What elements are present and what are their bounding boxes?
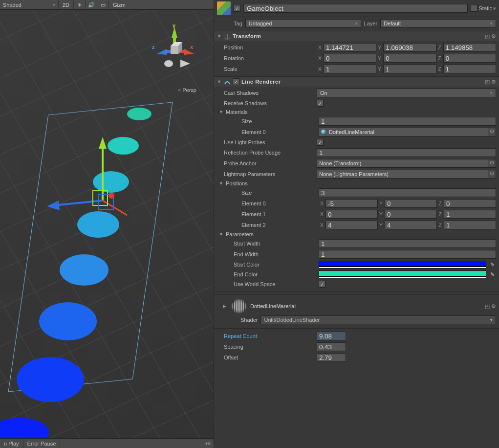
error-pause-tab[interactable]: Error Pause (23, 439, 61, 448)
rotation-x-input[interactable] (324, 54, 376, 63)
object-picker-icon[interactable]: ⊙ (488, 170, 496, 179)
scale-x-input[interactable] (324, 65, 376, 73)
fold-icon: ▶ (223, 304, 228, 309)
gameobject-header: Static (214, 0, 499, 17)
help-icon[interactable]: ◰ (485, 303, 490, 310)
settings-icon[interactable]: ⚙ (491, 79, 496, 85)
offset-input[interactable] (317, 353, 346, 362)
rotation-y-input[interactable] (383, 54, 436, 63)
rotation-z-input[interactable] (443, 54, 496, 63)
pos2-z-input[interactable] (444, 221, 496, 229)
play-tab[interactable]: n Play (0, 439, 23, 448)
scale-z-input[interactable] (443, 65, 496, 73)
start-color-field[interactable] (319, 261, 486, 269)
svg-rect-6 (171, 46, 178, 54)
shader-label: Shader (240, 317, 258, 323)
eyedropper-icon[interactable]: ✎ (488, 262, 496, 268)
line-dot (17, 357, 84, 402)
line-renderer-header[interactable]: ▼ Line Renderer ◰⚙ (214, 77, 499, 87)
lightmap-params-label: Lightmap Parameters (224, 171, 317, 177)
svg-marker-12 (99, 137, 107, 149)
object-picker-icon[interactable]: ⊙ (488, 159, 496, 168)
positions-size-label: Size (241, 190, 319, 196)
audio-icon[interactable]: 🔊 (86, 0, 97, 9)
help-icon[interactable]: ◰ (485, 79, 490, 85)
pos0-y-input[interactable] (385, 199, 437, 208)
use-world-space-checkbox[interactable] (319, 281, 325, 288)
gizmos-dropdown[interactable]: Gizm (109, 0, 130, 9)
end-width-input[interactable] (319, 250, 496, 259)
pos2-y-input[interactable] (385, 221, 437, 229)
pos2-x-input[interactable] (325, 221, 378, 229)
material-name: DottedLineMarerial (250, 303, 296, 309)
help-icon[interactable]: ◰ (485, 33, 490, 40)
pos1-x-input[interactable] (325, 210, 378, 219)
line-renderer-enabled-checkbox[interactable] (233, 78, 239, 85)
start-width-input[interactable] (319, 239, 496, 248)
position-row: Position X Y Z (214, 42, 499, 53)
svg-marker-0 (172, 27, 177, 38)
position-z-input[interactable] (443, 43, 496, 52)
materials-size-input[interactable] (319, 117, 496, 126)
parameters-foldout[interactable]: ▼Parameters (214, 230, 499, 238)
static-dropdown-icon[interactable] (493, 5, 496, 12)
orientation-gizmo[interactable]: y x z (150, 24, 199, 73)
spacing-input[interactable] (317, 342, 346, 351)
pos1-z-input[interactable] (444, 210, 496, 219)
probe-anchor-field[interactable]: None (Transform) (317, 159, 488, 168)
material-element0-field[interactable]: DottedLineMarerial (319, 128, 488, 136)
scene-view[interactable]: y x z Persp (0, 10, 214, 438)
use-light-probes-checkbox[interactable] (317, 139, 324, 146)
line-renderer-title: Line Renderer (241, 79, 483, 85)
gameobject-enabled-checkbox[interactable] (234, 5, 240, 12)
gameobject-name-input[interactable] (243, 4, 468, 13)
pos0-x-input[interactable] (325, 199, 378, 208)
reflection-probe-input[interactable] (317, 148, 496, 157)
position-x-input[interactable] (324, 43, 376, 52)
pos0-z-input[interactable] (444, 199, 496, 208)
end-color-label: End Color (234, 271, 319, 277)
fold-icon: ▼ (217, 79, 222, 84)
shading-dropdown[interactable]: Shaded (0, 0, 59, 9)
material-header[interactable]: ▶ DottedLineMarerial ◰⚙ (214, 298, 499, 314)
object-picker-icon[interactable]: ⊙ (488, 128, 496, 136)
layer-dropdown[interactable]: Default (380, 19, 496, 28)
cast-shadows-dropdown[interactable]: On (317, 89, 496, 97)
perspective-label[interactable]: Persp (178, 87, 196, 93)
position-y-input[interactable] (383, 43, 436, 52)
pos0-label: Element 0 (241, 201, 319, 206)
line-renderer-icon (224, 78, 231, 85)
gameobject-icon[interactable] (217, 1, 231, 15)
end-color-field[interactable] (319, 270, 486, 278)
use-world-space-label: Use World Space (234, 281, 319, 287)
receive-shadows-checkbox[interactable] (317, 100, 324, 107)
static-toggle[interactable]: Static (471, 5, 496, 12)
shader-dropdown[interactable]: Unlit/DottedLineShader (260, 315, 496, 324)
2d-toggle[interactable]: 2D (59, 0, 74, 9)
settings-icon[interactable]: ⚙ (491, 303, 496, 310)
materials-foldout[interactable]: ▼Materials (214, 108, 499, 116)
light-icon[interactable]: ☀ (74, 0, 86, 9)
eyedropper-icon[interactable]: ✎ (488, 271, 496, 278)
svg-marker-14 (47, 201, 60, 210)
pos1-y-input[interactable] (385, 210, 437, 219)
move-gizmo[interactable] (44, 132, 142, 230)
transform-header[interactable]: ▼ Transform ◰⚙ (214, 31, 499, 41)
static-checkbox[interactable] (471, 5, 477, 12)
positions-foldout[interactable]: ▼Positions (214, 179, 499, 187)
repeat-count-input[interactable] (317, 332, 346, 340)
fx-icon[interactable]: ▭ (97, 0, 109, 9)
lightmap-params-field[interactable]: None (Lightmap Parameters) (317, 170, 488, 179)
scene-toolbar: Shaded 2D ☀ 🔊 ▭ Gizm (0, 0, 214, 10)
svg-marker-4 (157, 49, 167, 55)
console-bar: n Play Error Pause ▾≡ (0, 438, 214, 448)
scale-y-input[interactable] (383, 65, 436, 73)
collapse-icon[interactable]: ▾≡ (205, 441, 211, 446)
settings-icon[interactable]: ⚙ (491, 33, 496, 40)
positions-size-input[interactable] (319, 188, 496, 197)
gizmo-z-label: z (152, 44, 155, 50)
tag-dropdown[interactable]: Untagged (245, 19, 361, 28)
svg-line-15 (103, 201, 127, 215)
tag-label: Tag (234, 21, 242, 26)
cast-shadows-label: Cast Shadows (224, 90, 317, 96)
